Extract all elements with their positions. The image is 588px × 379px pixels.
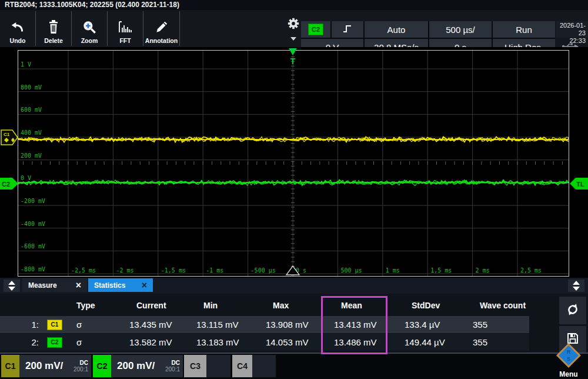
channel1-badge: C1 [47, 320, 62, 330]
table-row: 1: C1 σ 13.435 mV 13.115 mV 13.908 mV 13… [0, 316, 529, 333]
result-tab-bar: Measure × Statistics × [0, 278, 588, 294]
svg-text:0 V: 0 V [21, 175, 31, 181]
trigger-mode-cell[interactable]: Auto [365, 21, 428, 38]
refresh-icon [565, 302, 580, 320]
up-arrow-icon [573, 281, 580, 285]
cell-max: 14.053 mV [261, 337, 329, 347]
tab-scroll-right-spinner[interactable] [568, 280, 584, 292]
svg-text:1 V: 1 V [21, 61, 31, 68]
cell-stddev: 149.44 µV [400, 337, 468, 347]
tab-statistics[interactable]: Statistics × [88, 278, 153, 292]
svg-text:2 ms: 2 ms [476, 267, 490, 274]
row-index: 2: [0, 337, 45, 347]
pencil-icon [154, 17, 169, 37]
date-text: 2026-01-23 [556, 22, 586, 37]
delete-button[interactable]: Delete [36, 11, 72, 46]
channel2-offset-handle[interactable]: C2 [0, 178, 19, 192]
annotation-button[interactable]: Annotation [143, 11, 180, 46]
channel3-settings-cell[interactable] [206, 355, 230, 377]
svg-text:-2,5 ms: -2,5 ms [71, 267, 96, 274]
rohde-schwarz-logo: RS [554, 361, 583, 371]
row-index: 1: [0, 320, 45, 330]
down-arrow-icon [573, 287, 580, 291]
acquisition-state-cell[interactable]: Run [493, 21, 555, 38]
undo-button[interactable]: Undo [0, 11, 36, 46]
tab-measure[interactable]: Measure × [22, 278, 87, 292]
col-min: Min [192, 301, 261, 310]
svg-text:S: S [567, 356, 570, 362]
svg-text:C1: C1 [4, 132, 10, 137]
col-stddev: StdDev [400, 301, 468, 310]
trigger-source-badge: C2 [308, 24, 323, 35]
undo-icon [10, 17, 25, 37]
trash-icon [46, 17, 61, 37]
col-type: Type [72, 301, 125, 310]
rising-edge-icon [342, 24, 353, 36]
svg-text:T: T [290, 56, 296, 66]
svg-text:TL: TL [576, 181, 584, 188]
svg-text:-1,5 ms: -1,5 ms [161, 267, 186, 274]
fft-button[interactable]: FFT [108, 11, 143, 46]
channel3-badge-button[interactable]: C3 [184, 355, 206, 377]
cell-wave-count: 355 [468, 337, 529, 347]
cell-mean: 13.486 mV [329, 337, 400, 347]
device-info-bar: RTB2004; 1333.1005K04; 202255 (02.400 20… [0, 0, 588, 10]
timebase-cell[interactable]: 500 µs/ [429, 21, 492, 38]
cell-current: 13.582 mV [125, 337, 192, 347]
col-current: Current [125, 301, 192, 310]
trigger-time-marker[interactable]: T [288, 48, 298, 68]
channel4-settings-cell[interactable] [252, 355, 276, 377]
cell-stddev: 133.4 µV [400, 320, 468, 330]
svg-text:600 mV: 600 mV [21, 107, 42, 113]
channel1-badge-button[interactable]: C1 [1, 355, 19, 377]
svg-text:R: R [567, 349, 571, 355]
col-max: Max [261, 301, 329, 310]
cell-wave-count: 355 [468, 320, 529, 330]
channel1-coupling: DC [74, 360, 88, 366]
gear-icon [287, 17, 300, 32]
svg-text:-1 ms: -1 ms [206, 267, 223, 274]
channel2-settings-cell[interactable]: 200 mV/ DC 200:1 [111, 355, 183, 377]
trigger-slope-cell[interactable] [332, 21, 363, 38]
svg-text:-800 mV: -800 mV [21, 266, 45, 272]
channel2-coupling: DC [165, 360, 180, 366]
menu-label: Menu [549, 370, 588, 378]
tab-scroll-left-spinner[interactable] [4, 280, 20, 292]
channel-bar: C1 200 mV/ DC 200:1 C2 200 mV/ DC 200:1 … [0, 354, 588, 379]
svg-text:500 µs: 500 µs [340, 267, 362, 274]
zoom-button[interactable]: Zoom [72, 11, 108, 46]
settings-gear-button[interactable] [286, 11, 301, 46]
svg-text:C2: C2 [2, 181, 10, 188]
cell-type: σ [72, 337, 125, 347]
col-wave-count: Wave count [468, 301, 529, 310]
channel1-probe: 200:1 [74, 366, 88, 373]
svg-text:2,5 ms: 2,5 ms [520, 267, 542, 274]
chevron-down-icon [290, 37, 296, 41]
svg-text:800 mV: 800 mV [21, 84, 42, 91]
trigger-level-tag[interactable]: TL [569, 178, 588, 192]
channel1-scale: 200 mV/ [25, 360, 63, 372]
reset-statistics-button[interactable] [559, 297, 586, 324]
svg-text:-600 mV: -600 mV [21, 243, 45, 250]
channel4-badge-button[interactable]: C4 [232, 355, 252, 377]
date-time-display: 2026-01-23 22:33 [556, 21, 588, 38]
channel2-scale: 200 mV/ [117, 360, 155, 372]
trigger-source-cell[interactable]: C2 [301, 21, 330, 38]
graticule: 1 V800 mV600 mV400 mV200 mV0 V-200 mV-40… [18, 51, 569, 276]
menu-button[interactable]: RS Menu [549, 342, 588, 379]
channel2-badge: C2 [47, 337, 62, 348]
svg-text:-500 µs: -500 µs [251, 267, 276, 274]
down-arrow-icon [8, 287, 15, 291]
toolbar: Undo Delete Zoom FFT Annotation [0, 10, 588, 47]
channel2-badge-button[interactable]: C2 [93, 355, 111, 377]
channel1-offset-handle[interactable]: C1 [1, 129, 19, 148]
svg-text:200 mV: 200 mV [21, 152, 42, 159]
cell-mean: 13.413 mV [329, 320, 400, 330]
graticule-area: 1 V800 mV600 mV400 mV200 mV0 V-200 mV-40… [18, 50, 569, 277]
close-icon[interactable]: × [76, 281, 81, 290]
table-row: 2: C2 σ 13.582 mV 13.183 mV 14.053 mV 13… [0, 334, 529, 351]
close-icon[interactable]: × [142, 281, 147, 290]
oscilloscope-screen: RTB2004; 1333.1005K04; 202255 (02.400 20… [0, 0, 588, 379]
channel1-settings-cell[interactable]: 200 mV/ DC 200:1 [19, 355, 91, 377]
statistics-header-row: Type Current Min Max Mean StdDev Wave co… [0, 297, 529, 314]
